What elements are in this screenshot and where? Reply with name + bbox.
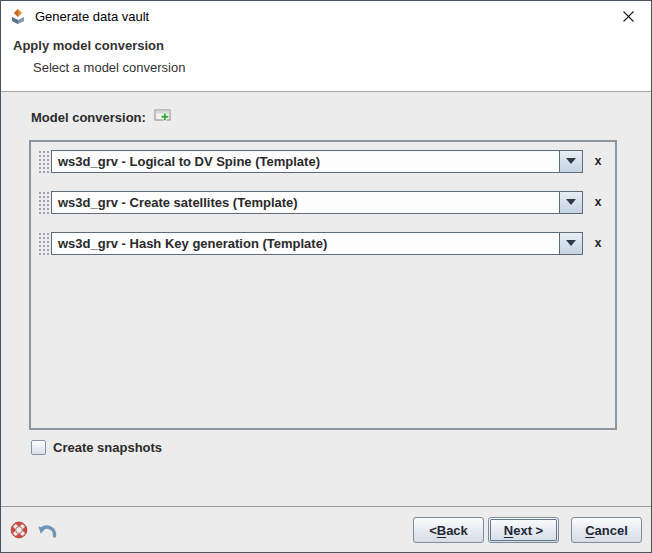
add-conversion-button[interactable] xyxy=(154,108,174,126)
help-button[interactable] xyxy=(10,521,28,539)
window-title: Generate data vault xyxy=(35,9,149,24)
footer-icons xyxy=(10,521,58,539)
add-conversion-icon xyxy=(154,108,174,126)
help-icon xyxy=(10,521,28,539)
data-vault-icon xyxy=(10,8,26,24)
conversion-row: ws3d_grv - Logical to DV Spine (Template… xyxy=(37,149,607,173)
conversion-row: ws3d_grv - Create satellites (Template) … xyxy=(37,190,607,214)
close-button[interactable] xyxy=(606,1,651,31)
back-label-pre: < xyxy=(429,523,437,538)
create-snapshots-checkbox[interactable] xyxy=(31,440,46,455)
model-conversion-label-row: Model conversion: xyxy=(31,108,174,126)
cancel-label-post: ancel xyxy=(595,523,628,538)
step-subtitle: Select a model conversion xyxy=(33,60,185,75)
combobox-value: ws3d_grv - Hash Key generation (Template… xyxy=(52,233,559,254)
remove-conversion-button[interactable]: x xyxy=(589,154,607,168)
conversion-combobox-1[interactable]: ws3d_grv - Logical to DV Spine (Template… xyxy=(51,150,583,173)
model-conversion-label: Model conversion: xyxy=(31,110,146,125)
cancel-button[interactable]: Cancel xyxy=(571,517,642,543)
wizard-header: Apply model conversion Select a model co… xyxy=(1,31,651,92)
conversion-row: ws3d_grv - Hash Key generation (Template… xyxy=(37,231,607,255)
create-snapshots-label: Create snapshots xyxy=(53,440,162,455)
chevron-down-icon[interactable] xyxy=(559,192,582,213)
back-label-post: ack xyxy=(446,523,468,538)
generate-data-vault-dialog: Generate data vault Apply model conversi… xyxy=(0,0,652,553)
cancel-label-mnemonic: C xyxy=(585,523,594,538)
remove-conversion-button[interactable]: x xyxy=(589,195,607,209)
create-snapshots-row: Create snapshots xyxy=(31,440,162,455)
drag-handle-dots[interactable] xyxy=(37,149,49,173)
drag-handle-dots[interactable] xyxy=(37,231,49,255)
conversions-panel: ws3d_grv - Logical to DV Spine (Template… xyxy=(29,140,617,430)
chevron-down-icon[interactable] xyxy=(559,233,582,254)
footer: < Back Next > Cancel xyxy=(1,507,651,553)
next-button[interactable]: Next > xyxy=(488,517,559,543)
titlebar[interactable]: Generate data vault xyxy=(1,1,651,31)
next-label-post: ext > xyxy=(513,523,543,538)
conversion-combobox-3[interactable]: ws3d_grv - Hash Key generation (Template… xyxy=(51,232,583,255)
close-icon xyxy=(623,11,634,22)
wizard-buttons: < Back Next > Cancel xyxy=(413,517,642,543)
undo-icon xyxy=(36,522,58,539)
back-label-mnemonic: B xyxy=(437,523,446,538)
conversion-combobox-2[interactable]: ws3d_grv - Create satellites (Template) xyxy=(51,191,583,214)
next-label-mnemonic: N xyxy=(504,523,513,538)
chevron-down-icon[interactable] xyxy=(559,151,582,172)
step-title: Apply model conversion xyxy=(13,38,164,53)
combobox-value: ws3d_grv - Create satellites (Template) xyxy=(52,192,559,213)
combobox-value: ws3d_grv - Logical to DV Spine (Template… xyxy=(52,151,559,172)
back-button[interactable]: < Back xyxy=(413,517,484,543)
undo-button[interactable] xyxy=(36,522,58,539)
remove-conversion-button[interactable]: x xyxy=(589,236,607,250)
drag-handle-dots[interactable] xyxy=(37,190,49,214)
